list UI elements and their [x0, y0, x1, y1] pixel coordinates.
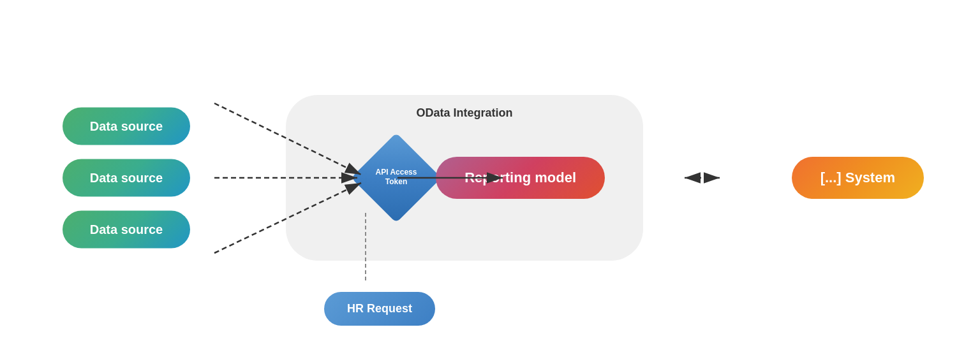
diagram-container: Data source Data source Data source ODat…	[43, 18, 937, 337]
data-source-1: Data source	[63, 107, 190, 145]
api-token-diamond-wrapper: API Access Token	[361, 143, 431, 213]
data-sources-group: Data source Data source Data source	[63, 107, 190, 248]
system-pill: [...] System	[792, 157, 924, 199]
api-token-label: API Access Token	[376, 168, 417, 187]
hr-request-pill: HR Request	[324, 292, 435, 326]
reporting-model-pill: Reporting model	[436, 157, 605, 199]
data-source-2: Data source	[63, 159, 190, 196]
odata-integration-box: OData Integration API Access Token Repor…	[286, 95, 643, 261]
odata-title: OData Integration	[416, 106, 512, 120]
data-source-3: Data source	[63, 210, 190, 248]
